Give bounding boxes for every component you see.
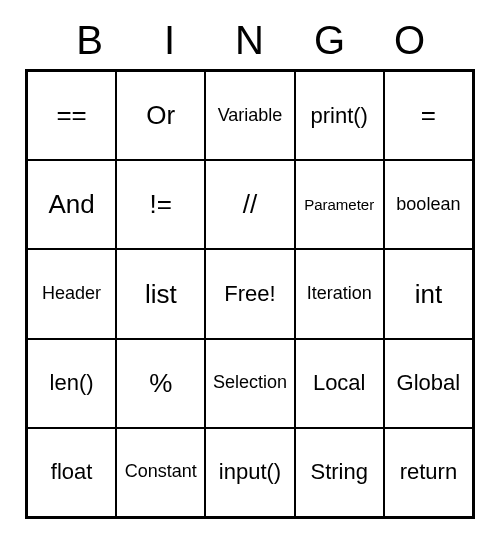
bingo-cell-1-2[interactable]: //: [205, 160, 294, 249]
bingo-cell-3-1[interactable]: %: [116, 339, 205, 428]
bingo-cell-4-3[interactable]: String: [295, 428, 384, 517]
bingo-cell-0-0[interactable]: ==: [27, 71, 116, 160]
header-letter-b: B: [50, 18, 130, 63]
bingo-cell-4-1[interactable]: Constant: [116, 428, 205, 517]
bingo-cell-1-4[interactable]: boolean: [384, 160, 473, 249]
bingo-grid: ==OrVariableprint()=And!=//Parameterbool…: [25, 69, 475, 519]
header-letter-i: I: [130, 18, 210, 63]
bingo-cell-0-3[interactable]: print(): [295, 71, 384, 160]
bingo-cell-3-4[interactable]: Global: [384, 339, 473, 428]
bingo-cell-0-4[interactable]: =: [384, 71, 473, 160]
bingo-cell-2-1[interactable]: list: [116, 249, 205, 338]
bingo-cell-1-0[interactable]: And: [27, 160, 116, 249]
header-letter-n: N: [210, 18, 290, 63]
bingo-cell-3-3[interactable]: Local: [295, 339, 384, 428]
bingo-cell-2-3[interactable]: Iteration: [295, 249, 384, 338]
bingo-cell-2-2[interactable]: Free!: [205, 249, 294, 338]
bingo-cell-4-0[interactable]: float: [27, 428, 116, 517]
bingo-cell-2-0[interactable]: Header: [27, 249, 116, 338]
bingo-cell-4-2[interactable]: input(): [205, 428, 294, 517]
bingo-card: B I N G O ==OrVariableprint()=And!=//Par…: [25, 18, 475, 519]
bingo-cell-3-0[interactable]: len(): [27, 339, 116, 428]
bingo-cell-1-1[interactable]: !=: [116, 160, 205, 249]
bingo-cell-2-4[interactable]: int: [384, 249, 473, 338]
bingo-cell-0-1[interactable]: Or: [116, 71, 205, 160]
bingo-header-row: B I N G O: [25, 18, 475, 69]
header-letter-g: G: [290, 18, 370, 63]
bingo-cell-0-2[interactable]: Variable: [205, 71, 294, 160]
bingo-cell-4-4[interactable]: return: [384, 428, 473, 517]
bingo-cell-3-2[interactable]: Selection: [205, 339, 294, 428]
bingo-cell-1-3[interactable]: Parameter: [295, 160, 384, 249]
header-letter-o: O: [370, 18, 450, 63]
